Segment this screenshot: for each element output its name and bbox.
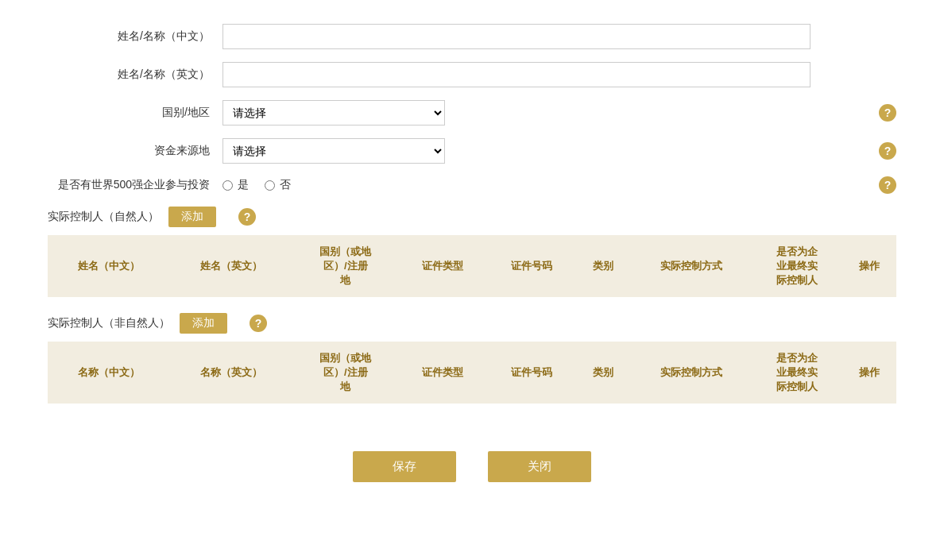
country-select[interactable]: 请选择	[222, 100, 445, 126]
name-en-input[interactable]	[222, 62, 811, 87]
natural-controller-section: 实际控制人（自然人） 添加 ? 姓名（中文） 姓名（英文） 国别（或地区）/注册…	[48, 207, 896, 297]
natural-controller-header-row: 姓名（中文） 姓名（英文） 国别（或地区）/注册地 证件类型 证件号码 类别 实…	[48, 235, 896, 297]
non-natural-col-cert-no: 证件号码	[487, 342, 576, 404]
fortune500-help-icon[interactable]: ?	[879, 176, 896, 194]
natural-col-cert-type: 证件类型	[398, 235, 487, 297]
non-natural-controller-section: 实际控制人（非自然人） 添加 ? 名称（中文） 名称（英文） 国别（或地区）/注…	[48, 313, 896, 404]
natural-controller-thead: 姓名（中文） 姓名（英文） 国别（或地区）/注册地 证件类型 证件号码 类别 实…	[48, 235, 896, 297]
country-help-icon[interactable]: ?	[879, 104, 896, 122]
fortune500-no-label[interactable]: 否	[265, 178, 291, 192]
name-cn-label: 姓名/名称（中文）	[48, 29, 222, 44]
fortune500-no-text: 否	[280, 178, 291, 192]
country-row: 国别/地区 请选择 ?	[48, 100, 896, 126]
bottom-buttons: 保存 关闭	[48, 435, 896, 482]
fortune500-yes-label[interactable]: 是	[222, 178, 249, 192]
non-natural-col-operation: 操作	[841, 342, 896, 404]
natural-col-is-final: 是否为企业最终实际控制人	[752, 235, 841, 297]
non-natural-controller-help-icon[interactable]: ?	[250, 315, 267, 332]
natural-col-name-cn: 姓名（中文）	[48, 235, 170, 297]
country-label: 国别/地区	[48, 106, 222, 120]
form-container: 姓名/名称（中文） 姓名/名称（英文） 国别/地区 请选择 ? 资金来源地 请选…	[48, 24, 896, 482]
natural-col-cert-no: 证件号码	[487, 235, 576, 297]
natural-controller-help-icon[interactable]: ?	[238, 208, 256, 226]
non-natural-controller-header-row: 名称（中文） 名称（英文） 国别（或地区）/注册地 证件类型 证件号码 类别 实…	[48, 342, 896, 404]
name-en-row: 姓名/名称（英文）	[48, 62, 896, 87]
natural-col-name-en: 姓名（英文）	[170, 235, 292, 297]
non-natural-controller-table: 名称（中文） 名称（英文） 国别（或地区）/注册地 证件类型 证件号码 类别 实…	[48, 342, 896, 404]
non-natural-col-country: 国别（或地区）/注册地	[292, 342, 398, 404]
non-natural-col-name-en: 名称（英文）	[170, 342, 292, 404]
non-natural-controller-header: 实际控制人（非自然人） 添加 ?	[48, 313, 896, 334]
fortune500-no-radio[interactable]	[265, 180, 275, 191]
close-button[interactable]: 关闭	[488, 451, 591, 482]
save-button[interactable]: 保存	[353, 451, 456, 482]
non-natural-col-is-final: 是否为企业最终实际控制人	[752, 342, 841, 404]
fortune500-label: 是否有世界500强企业参与投资	[48, 178, 222, 192]
natural-controller-header: 实际控制人（自然人） 添加 ?	[48, 207, 896, 227]
non-natural-col-cert-type: 证件类型	[398, 342, 487, 404]
fortune500-radio-group: 是 否	[222, 178, 291, 192]
non-natural-col-category: 类别	[575, 342, 630, 404]
name-en-label: 姓名/名称（英文）	[48, 68, 222, 82]
fortune500-yes-radio[interactable]	[222, 180, 233, 191]
natural-controller-table: 姓名（中文） 姓名（英文） 国别（或地区）/注册地 证件类型 证件号码 类别 实…	[48, 235, 896, 297]
fund-source-label: 资金来源地	[48, 144, 222, 158]
natural-controller-add-btn[interactable]: 添加	[168, 207, 216, 227]
fortune500-row: 是否有世界500强企业参与投资 是 否 ?	[48, 176, 896, 194]
name-cn-row: 姓名/名称（中文）	[48, 24, 896, 49]
natural-controller-title: 实际控制人（自然人）	[48, 210, 159, 224]
natural-col-category: 类别	[575, 235, 630, 297]
non-natural-col-control-method: 实际控制方式	[630, 342, 752, 404]
natural-col-operation: 操作	[841, 235, 896, 297]
non-natural-col-name-cn: 名称（中文）	[48, 342, 170, 404]
fund-source-help-icon[interactable]: ?	[879, 142, 896, 160]
natural-col-control-method: 实际控制方式	[630, 235, 752, 297]
fund-source-row: 资金来源地 请选择 ?	[48, 138, 896, 164]
non-natural-controller-thead: 名称（中文） 名称（英文） 国别（或地区）/注册地 证件类型 证件号码 类别 实…	[48, 342, 896, 404]
name-cn-input[interactable]	[222, 24, 811, 49]
natural-col-country: 国别（或地区）/注册地	[292, 235, 398, 297]
non-natural-controller-title: 实际控制人（非自然人）	[48, 316, 170, 330]
fortune500-yes-text: 是	[238, 178, 249, 192]
fund-source-select[interactable]: 请选择	[222, 138, 445, 164]
non-natural-controller-add-btn[interactable]: 添加	[180, 313, 227, 334]
